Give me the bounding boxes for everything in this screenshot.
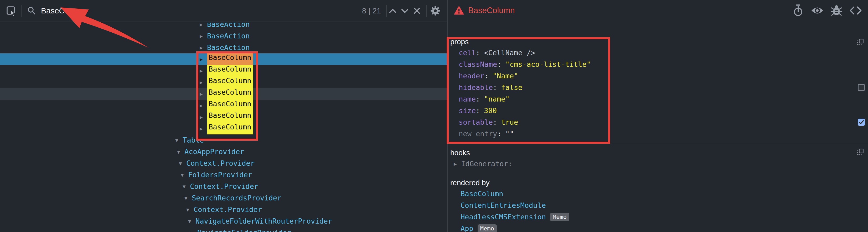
owner-link[interactable]: ContentEntriesModule: [461, 200, 546, 211]
prop-value[interactable]: true: [501, 118, 518, 126]
clear-search-icon[interactable]: [411, 5, 423, 17]
chevron-down-icon[interactable]: ▾: [188, 215, 195, 227]
prop-key: hideable: [459, 83, 493, 91]
memo-badge: Memo: [477, 224, 497, 232]
chevron-right-icon[interactable]: ▸: [200, 88, 207, 100]
tree-row[interactable]: ▾ Context.Provider: [0, 204, 447, 215]
prop-value[interactable]: 300: [484, 107, 497, 115]
search-result-count: 8 | 21: [362, 7, 381, 15]
components-tree-panel: 8 | 21: [0, 0, 447, 232]
suspense-timer-icon[interactable]: [793, 4, 803, 17]
prop-row[interactable]: header:"Name": [448, 70, 868, 82]
chevron-right-icon[interactable]: ▸: [200, 77, 207, 88]
tree-row-label: BaseColumn: [207, 88, 253, 100]
tree-row[interactable]: ▾ SearchRecordsProvider: [0, 192, 447, 204]
tree-row[interactable]: ▸ BaseAction: [0, 42, 447, 53]
prop-checkbox-checked[interactable]: [858, 119, 865, 126]
view-source-code-icon[interactable]: [849, 6, 862, 15]
copy-props-icon[interactable]: [857, 39, 864, 46]
next-result-button[interactable]: [399, 5, 411, 17]
prop-colon: :: [493, 83, 497, 91]
copy-hooks-icon[interactable]: [857, 149, 864, 155]
tree-row-label: BaseAction: [207, 23, 250, 30]
chevron-down-icon[interactable]: ▾: [181, 169, 188, 181]
debug-bug-icon[interactable]: [831, 5, 842, 16]
prop-row-new-entry[interactable]: new entry:"": [448, 128, 868, 140]
prop-value[interactable]: "": [505, 130, 514, 138]
tree-row-label: AcoAppProvider: [184, 146, 244, 157]
prop-value[interactable]: false: [501, 83, 522, 91]
owner-link[interactable]: BaseColumn: [461, 188, 503, 200]
tree-row[interactable]: ▾ Table: [0, 135, 447, 146]
tree-row[interactable]: ▾ NavigateFolderProvider: [0, 227, 447, 232]
chevron-down-icon[interactable]: ▾: [183, 181, 190, 192]
prop-row[interactable]: size:300: [448, 105, 868, 117]
tree-row[interactable]: ▸ BaseColumn: [0, 123, 447, 135]
prop-row[interactable]: hideable:false: [448, 82, 868, 93]
chevron-down-icon[interactable]: ▾: [184, 192, 192, 204]
memo-badge: Memo: [550, 213, 569, 221]
prop-value[interactable]: "Name": [493, 72, 518, 80]
chevron-right-icon[interactable]: ▸: [200, 30, 207, 42]
chevron-down-icon[interactable]: ▾: [190, 227, 197, 232]
rendered-by-title: rendered by: [448, 178, 868, 188]
chevron-right-icon[interactable]: ▸: [200, 42, 207, 53]
prop-value[interactable]: "cms-aco-list-title": [505, 60, 591, 68]
chevron-down-icon[interactable]: ▾: [177, 146, 184, 157]
tree-row-label: Table: [183, 135, 204, 146]
tree-row[interactable]: ▸ BaseColumn: [0, 111, 447, 123]
prop-row[interactable]: cell:<CellName />: [448, 47, 868, 59]
tree-row-selected[interactable]: ▸ BaseColumn: [0, 53, 447, 65]
prop-colon: :: [497, 60, 501, 68]
tree-row[interactable]: ▾ AcoAppProvider: [0, 146, 447, 157]
search-input[interactable]: [41, 6, 358, 15]
toolbar-divider: [426, 5, 427, 17]
prop-colon: :: [476, 49, 480, 57]
tree-row[interactable]: ▸ BaseColumn: [0, 100, 447, 111]
tree-row[interactable]: ▸ BaseAction: [0, 30, 447, 42]
chevron-right-icon[interactable]: ▸: [200, 23, 207, 30]
chevron-right-icon[interactable]: ▸: [454, 158, 461, 170]
chevron-down-icon[interactable]: ▾: [179, 157, 186, 169]
chevron-right-icon[interactable]: ▸: [200, 65, 207, 77]
tree-row-label: BaseColumn: [207, 100, 253, 111]
prop-row[interactable]: name:"name": [448, 93, 868, 105]
rendered-by-item: HeadlessCMSExtension Memo: [448, 211, 868, 223]
prop-key: sortable: [459, 118, 493, 126]
prop-key: size: [459, 107, 476, 115]
prop-value[interactable]: "name": [484, 95, 510, 103]
prop-value: <CellName />: [484, 49, 535, 57]
chevron-down-icon[interactable]: ▾: [186, 204, 194, 215]
chevron-right-icon[interactable]: ▸: [200, 123, 207, 135]
previous-result-button[interactable]: [387, 5, 399, 17]
prop-colon: :: [493, 118, 497, 126]
prop-row[interactable]: sortable:true: [448, 117, 868, 128]
tree-row[interactable]: ▾ NavigateFolderWithRouterProvider: [0, 215, 447, 227]
settings-gear-icon[interactable]: [429, 5, 441, 17]
tree-row[interactable]: ▾ Context.Provider: [0, 157, 447, 169]
tree-row[interactable]: ▾ FoldersProvider: [0, 169, 447, 181]
tree-row[interactable]: ▾ Context.Provider: [0, 181, 447, 192]
owner-link[interactable]: App: [461, 223, 473, 232]
tree-row-label: NavigateFolderWithRouterProvider: [195, 215, 332, 227]
inspect-element-icon[interactable]: [6, 5, 16, 16]
chevron-right-icon[interactable]: ▸: [200, 53, 207, 65]
chevron-right-icon[interactable]: ▸: [200, 100, 207, 111]
prop-row[interactable]: className:"cms-aco-list-title": [448, 59, 868, 70]
inspect-dom-eye-icon[interactable]: [811, 6, 823, 15]
tree-row-label: BaseColumn: [207, 111, 253, 123]
prop-checkbox-unchecked[interactable]: [858, 84, 865, 91]
prop-colon: :: [476, 107, 480, 115]
rendered-by-section: rendered by BaseColumn ContentEntriesMod…: [448, 173, 868, 232]
search-icon: [27, 6, 36, 15]
prop-key: new entry: [459, 130, 497, 138]
tree-row[interactable]: ▸ BaseAction: [0, 23, 447, 30]
chevron-right-icon[interactable]: ▸: [200, 111, 207, 123]
tree-row[interactable]: ▸ BaseColumn: [0, 65, 447, 77]
chevron-down-icon[interactable]: ▾: [175, 135, 183, 146]
owner-link[interactable]: HeadlessCMSExtension: [461, 211, 546, 223]
tree-row-hovered[interactable]: ▸ BaseColumn: [0, 88, 447, 100]
rendered-by-item: ContentEntriesModule: [448, 200, 868, 211]
hook-row[interactable]: ▸ IdGenerator:: [448, 158, 868, 170]
tree-row[interactable]: ▸ BaseColumn: [0, 77, 447, 88]
